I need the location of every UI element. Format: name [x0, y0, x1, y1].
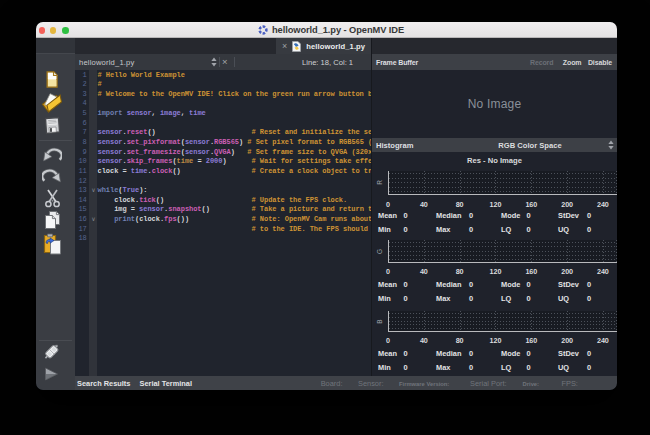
histogram-body: Res - No Image R04080120160200240Mean0Me…: [372, 152, 617, 376]
code-line[interactable]: 3# Welcome to the OpenMV IDE! Click on t…: [75, 90, 371, 100]
code-line[interactable]: 7sensor.reset() # Reset and initialize t…: [75, 128, 371, 138]
stat-value: 0: [404, 349, 408, 358]
statusbar-search-results[interactable]: Search Results: [77, 379, 130, 388]
stat-value: 0: [527, 280, 531, 289]
panel-corner-strip: [372, 38, 617, 54]
fold-marker-icon[interactable]: ∨: [90, 186, 98, 196]
sidebar-corner-strip: [36, 38, 75, 54]
frame-buffer-view[interactable]: No Image: [372, 70, 617, 138]
histogram-header: Histogram RGB Color Space: [372, 138, 617, 152]
stat-value: 0: [469, 211, 473, 220]
open-document-selector[interactable]: helloworld_1.py: [79, 58, 134, 67]
code-text: while(True):: [98, 186, 148, 196]
code-line[interactable]: 17 # to the IDE. The FPS should increase…: [75, 225, 371, 235]
stat-label: StDev: [558, 211, 579, 220]
line-number: 13: [75, 186, 87, 196]
code-text: # Welcome to the OpenMV IDE! Click on th…: [98, 90, 372, 100]
connect-button[interactable]: [41, 342, 62, 362]
tab-helloworld[interactable]: × helloworld_1.py: [276, 38, 371, 54]
stat-label: UQ: [558, 225, 569, 234]
close-document-button[interactable]: ×: [222, 56, 228, 67]
tab-close-icon[interactable]: ×: [282, 42, 287, 51]
openmv-app-icon: [258, 25, 268, 35]
colorspace-select[interactable]: RGB Color Space: [498, 138, 561, 152]
paste-button[interactable]: [43, 233, 62, 255]
code-line[interactable]: 14 clock.tick() # Update the FPS clock.: [75, 196, 371, 206]
stat-label: LQ: [501, 294, 511, 303]
new-file-button[interactable]: [46, 71, 58, 88]
code-line[interactable]: 15 img = sensor.snapshot() # Take a pict…: [75, 205, 371, 215]
fold-marker-icon[interactable]: ∨: [90, 215, 98, 225]
code-editor-viewport[interactable]: 1# Hello World Example2#3# Welcome to th…: [75, 70, 371, 376]
stat-label: Median: [436, 211, 461, 220]
axis-tick-label: 200: [561, 200, 573, 209]
axis-tick-label: 240: [597, 267, 609, 276]
stat-label: UQ: [558, 294, 569, 303]
undo-icon: [42, 147, 62, 162]
statusbar-board: Board:: [321, 379, 343, 388]
code-line[interactable]: 4: [75, 99, 371, 109]
record-button[interactable]: Record: [530, 59, 553, 66]
stat-label: UQ: [558, 363, 569, 372]
stat-value: 0: [527, 211, 531, 220]
code-line[interactable]: 12: [75, 177, 371, 187]
line-number: 17: [75, 225, 87, 235]
code-line[interactable]: 1# Hello World Example: [75, 71, 371, 81]
undo-button[interactable]: [42, 147, 62, 162]
copy-button[interactable]: [44, 210, 61, 230]
window-title: helloworld_1.py - OpenMV IDE: [272, 25, 404, 35]
redo-button[interactable]: [42, 168, 62, 183]
line-number: 3: [75, 90, 87, 100]
disable-button[interactable]: Disable: [588, 59, 612, 66]
stat-value: 0: [469, 294, 473, 303]
stat-value: 0: [527, 363, 531, 372]
colorspace-dropdown-icon[interactable]: [608, 140, 614, 150]
code-line[interactable]: 8sensor.set_pixformat(sensor.RGB565) # S…: [75, 138, 371, 148]
code-line[interactable]: 2#: [75, 80, 371, 90]
axis-tick-label: 80: [456, 336, 464, 345]
traffic-light-zoom-button[interactable]: [62, 27, 69, 34]
document-dropdown-icon[interactable]: [211, 57, 217, 67]
traffic-light-close-button[interactable]: [39, 27, 46, 34]
line-number: 11: [75, 167, 87, 177]
window-titlebar[interactable]: helloworld_1.py - OpenMV IDE: [36, 22, 617, 38]
code-line[interactable]: 18: [75, 234, 371, 244]
traffic-light-minimize-button[interactable]: [50, 27, 57, 34]
stat-value: 0: [587, 363, 591, 372]
statusbar-serial-terminal[interactable]: Serial Terminal: [140, 379, 192, 388]
axis-tick-label: 0: [386, 336, 390, 345]
code-line[interactable]: 6: [75, 119, 371, 129]
code-line[interactable]: 16∨ print(clock.fps()) # Note: OpenMV Ca…: [75, 215, 371, 225]
line-number: 7: [75, 128, 87, 138]
cut-icon: [44, 189, 61, 208]
axis-tick-label: 40: [420, 267, 428, 276]
axis-tick-label: 240: [597, 200, 609, 209]
open-file-button[interactable]: [41, 91, 63, 113]
code-text: img = sensor.snapshot() # Take a picture…: [98, 205, 372, 215]
stat-label: Mode: [501, 211, 520, 220]
line-number: 16: [75, 215, 87, 225]
code-line[interactable]: 9sensor.set_framesize(sensor.QVGA) # Set…: [75, 148, 371, 158]
code-line[interactable]: 10sensor.skip_frames(time = 2000) # Wait…: [75, 157, 371, 167]
stat-value: 0: [469, 363, 473, 372]
code-text: import sensor, image, time: [98, 109, 206, 119]
code-line[interactable]: 13∨while(True):: [75, 186, 371, 196]
save-button[interactable]: [44, 116, 61, 135]
paste-icon: [43, 233, 62, 255]
desktop-background: helloworld_1.py - OpenMV IDE: [0, 0, 650, 435]
toolbar-sidebar: [36, 38, 75, 390]
run-script-button[interactable]: [44, 367, 59, 381]
stat-label: Mean: [378, 349, 397, 358]
code-text: sensor.set_pixformat(sensor.RGB565) # Se…: [98, 138, 372, 148]
stat-value: 0: [404, 363, 408, 372]
zoom-button[interactable]: Zoom: [563, 59, 582, 66]
histogram-title: Histogram: [376, 141, 414, 150]
cut-button[interactable]: [44, 189, 61, 208]
new-file-icon: [46, 71, 58, 88]
code-line[interactable]: 11clock = time.clock() # Create a clock …: [75, 167, 371, 177]
line-column-indicator[interactable]: Line: 18, Col: 1: [302, 58, 353, 67]
code-line[interactable]: 5import sensor, image, time: [75, 109, 371, 119]
stat-value: 0: [587, 211, 591, 220]
line-number: 15: [75, 205, 87, 215]
frame-buffer-panel: Frame Buffer RecordZoomDisable No Image …: [372, 38, 617, 376]
